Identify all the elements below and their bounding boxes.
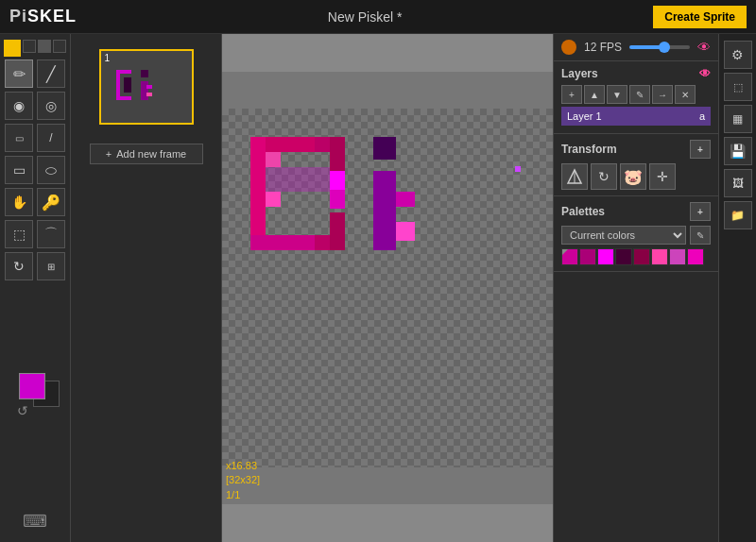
frames-panel: 1 ▶ + (71, 34, 222, 542)
svg-rect-7 (146, 85, 152, 89)
save-btn[interactable]: 💾 (724, 137, 752, 165)
canvas-middle[interactable]: x16.83 [32x32] 1/1 (222, 72, 553, 504)
pen-tool-btn[interactable]: ✏ (5, 59, 33, 88)
layer-down-btn[interactable]: ▼ (607, 85, 627, 104)
palette-add-btn[interactable]: + (690, 202, 711, 221)
bucket-row: ◉ ◎ (0, 90, 70, 122)
layer-up-btn[interactable]: ▲ (584, 85, 605, 104)
special-row: ↻ ⊞ (0, 250, 70, 282)
transform-label: Transform (561, 143, 617, 156)
layer-edit-btn[interactable]: ✎ (629, 85, 650, 104)
layer-tools-row: + ▲ ▼ ✎ → ✕ (561, 85, 711, 104)
svg-rect-24 (330, 190, 345, 209)
palette-color-5[interactable] (633, 248, 650, 265)
palette-color-8[interactable] (687, 248, 704, 265)
transform-pig-btn[interactable]: 🐷 (620, 163, 646, 190)
paint-bucket-btn[interactable]: ◉ (5, 92, 33, 120)
layer-1-alpha: a (699, 110, 705, 122)
ellipse-btn[interactable]: ⬭ (37, 156, 65, 184)
fps-slider[interactable] (629, 45, 690, 49)
svg-rect-2 (116, 70, 120, 100)
dot-svg (514, 165, 522, 173)
eraser-btn[interactable]: ▭ (5, 124, 33, 152)
palette-edit-btn[interactable]: ✎ (690, 226, 711, 245)
rotate-btn[interactable]: ↻ (5, 252, 33, 280)
layer-1-name: Layer 1 (567, 110, 602, 122)
btn-small-sq3[interactable] (53, 40, 66, 53)
canvas-coordinates: x16.83 [32x32] 1/1 (226, 459, 260, 502)
frame-1-thumb[interactable]: 1 ▶ (99, 49, 194, 125)
eraser-row: ▭ / (0, 122, 70, 154)
app-title: New Piskel * (328, 9, 403, 25)
svg-rect-16 (315, 235, 330, 250)
transform-add-btn[interactable]: + (690, 140, 711, 159)
layer-add-btn[interactable]: + (561, 85, 582, 104)
fg-color-btn[interactable] (4, 40, 21, 57)
stroke-btn[interactable]: / (37, 124, 65, 152)
layers-eye-icon[interactable]: 👁 (699, 67, 711, 80)
resize-btn[interactable]: ⬚ (724, 73, 752, 101)
frame-indicator: 1/1 (226, 488, 260, 502)
btn-small-sq1[interactable] (23, 40, 36, 53)
fps-area: 12 FPS 👁 (554, 34, 718, 61)
svg-rect-5 (141, 70, 148, 77)
layers-label: Layers (561, 67, 598, 80)
sprite-preview-btn[interactable]: ▦ (724, 105, 752, 133)
pixel-canvas[interactable] (222, 109, 553, 467)
eye-icon[interactable]: 👁 (697, 40, 711, 55)
logo-skel: SKEL (27, 7, 77, 25)
create-sprite-button[interactable]: Create Sprite (653, 6, 747, 28)
color-area: ↺ (0, 365, 70, 422)
transform-flip-h-btn[interactable] (561, 163, 588, 190)
rect-btn[interactable]: ▭ (5, 156, 33, 184)
palette-color-6[interactable] (651, 248, 668, 265)
dither-btn[interactable]: ⊞ (37, 252, 65, 280)
palette-color-2[interactable] (579, 248, 596, 265)
move-btn[interactable]: ✋ (5, 188, 33, 216)
palette-color-4[interactable] (615, 248, 632, 265)
add-frame-btn[interactable]: + Add new frame (90, 144, 203, 164)
svg-rect-21 (396, 192, 415, 207)
palette-color-3[interactable] (597, 248, 614, 265)
svg-rect-3 (116, 96, 131, 100)
layer-1-item[interactable]: Layer 1 a (561, 107, 711, 126)
select-lasso-btn[interactable]: ⌒ (37, 220, 65, 248)
svg-rect-10 (250, 137, 266, 250)
btn-small-sq2[interactable] (38, 40, 51, 53)
palettes-section: Palettes + Current colors ✎ (554, 196, 718, 272)
shape-row: ▭ ⬭ (0, 154, 70, 186)
open-btn[interactable]: 📁 (724, 201, 752, 229)
svg-rect-26 (515, 166, 521, 172)
canvas-cursor-dot (514, 162, 520, 168)
logo-pi: Pi (9, 7, 27, 25)
onion-skin-icon[interactable] (561, 40, 576, 55)
header: PiSKEL New Piskel * Create Sprite (0, 0, 756, 34)
left-toolbar: ✏ ╱ ◉ ◎ ▭ / ▭ ⬭ ✋ 🔑 ⬚ ⌒ ↻ ⊞ (0, 34, 71, 542)
svg-rect-23 (330, 171, 345, 190)
export-btn[interactable]: 🖼 (724, 169, 752, 197)
canvas-bottom-bar (222, 504, 553, 542)
eyedropper-btn[interactable]: 🔑 (37, 188, 65, 216)
transform-rotate-btn[interactable]: ↻ (591, 163, 617, 190)
palette-select[interactable]: Current colors (561, 226, 686, 245)
fg-color-swatch[interactable] (19, 373, 45, 399)
transform-expand-btn[interactable]: ✛ (649, 163, 676, 190)
palette-color-1[interactable] (561, 248, 578, 265)
swap-colors-btn[interactable]: ↺ (17, 403, 28, 418)
layer-delete-btn[interactable]: ✕ (675, 85, 696, 104)
select-row: ⬚ ⌒ (0, 218, 70, 250)
layer-merge-btn[interactable]: → (652, 85, 673, 104)
layers-section: Layers 👁 + ▲ ▼ ✎ → ✕ Layer 1 a (554, 61, 718, 134)
fps-slider-thumb[interactable] (659, 42, 670, 53)
palette-color-7[interactable] (669, 248, 686, 265)
color-mode-row (0, 39, 70, 58)
keyboard-shortcut-btn[interactable]: ⌨ (17, 505, 53, 537)
far-right-panel: ⚙ ⬚ ▦ 💾 🖼 📁 (718, 34, 756, 542)
circle-tool-btn[interactable]: ◎ (37, 92, 65, 120)
svg-rect-17 (266, 152, 281, 167)
palette-selector-row: Current colors ✎ (561, 226, 711, 245)
settings-btn[interactable]: ⚙ (724, 41, 752, 69)
canvas-area: x16.83 [32x32] 1/1 (222, 34, 553, 542)
select-rect-btn[interactable]: ⬚ (5, 220, 33, 248)
line-tool-btn[interactable]: ╱ (37, 59, 65, 88)
